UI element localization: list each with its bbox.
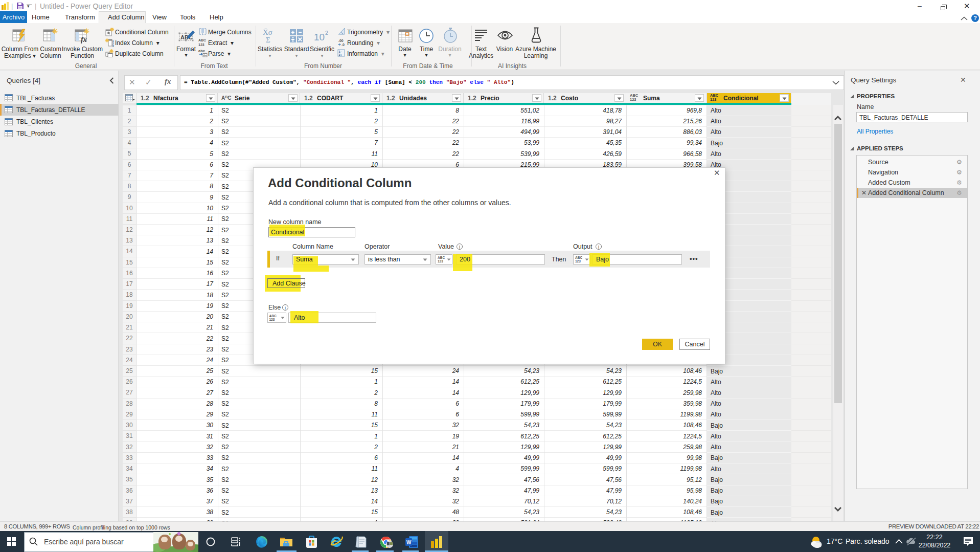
svg-text:Σ: Σ <box>266 36 270 43</box>
svg-text:3: 3 <box>112 45 114 47</box>
svg-text:.00: .00 <box>338 39 344 42</box>
svg-text:2: 2 <box>325 30 328 36</box>
svg-text:fx: fx <box>81 36 87 43</box>
svg-text:.0: .0 <box>341 43 345 47</box>
svg-text:123: 123 <box>198 43 204 47</box>
svg-text:W: W <box>406 540 412 545</box>
svg-text:ABC: ABC <box>198 38 206 42</box>
svg-text:10: 10 <box>314 32 325 42</box>
svg-text:X̄σ: X̄σ <box>263 28 272 36</box>
svg-text:3+: 3+ <box>339 53 343 56</box>
svg-text:abc: abc <box>198 49 205 53</box>
